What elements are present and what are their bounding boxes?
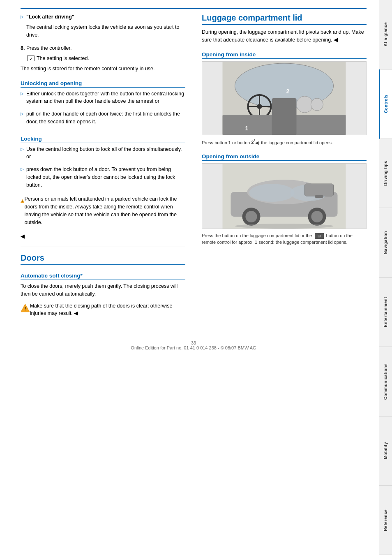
checkmark-icon: ✓ xyxy=(27,56,35,61)
luggage-heading: Luggage compartment lid xyxy=(202,13,367,25)
unlocking-bullet-1: ▷ Either unlock the doors together with … xyxy=(21,90,185,108)
auto-close-heading: Automatic soft closing* xyxy=(21,273,185,280)
intro-section: ▷ "Lock after driving" The central locki… xyxy=(21,13,185,73)
lock-after-driving-item: ▷ "Lock after driving" The central locki… xyxy=(21,13,185,41)
svg-rect-13 xyxy=(272,98,297,135)
bullet-arrow-icon-4: ▷ xyxy=(21,166,24,172)
section-divider xyxy=(21,247,185,247)
bullet-arrow-icon: ▷ xyxy=(21,14,24,20)
sidebar-item-driving-tips[interactable]: Driving tips xyxy=(379,139,392,208)
sidebar-item-entertainment[interactable]: Entertainment xyxy=(379,278,392,347)
main-content: ▷ "Lock after driving" The central locki… xyxy=(0,0,379,555)
sidebar-item-at-a-glance[interactable]: At a glance xyxy=(379,0,392,69)
svg-point-22 xyxy=(249,184,295,202)
sidebar-item-navigation[interactable]: Navigation xyxy=(379,208,392,278)
bullet-arrow-icon-2: ▷ xyxy=(21,111,24,117)
unlocking-bullet-2: ▷ pull on the door handle of each door t… xyxy=(21,110,185,128)
svg-rect-29 xyxy=(315,195,323,198)
svg-point-15 xyxy=(311,98,323,111)
opening-inside-heading: Opening from inside xyxy=(202,51,367,59)
exterior-car-image: IFG:13MEDIA xyxy=(202,163,367,229)
svg-point-25 xyxy=(246,211,257,222)
svg-text:!: ! xyxy=(24,306,26,311)
svg-point-14 xyxy=(297,96,313,113)
opening-outside-heading: Opening from outside xyxy=(202,153,367,161)
page-footer: 33 Online Edition for Part no. 01 41 0 0… xyxy=(21,340,367,358)
locking-warning-box: ! Persons or animals left unattended in … xyxy=(21,195,185,229)
doors-heading: Doors xyxy=(21,253,185,265)
bullet-arrow-icon-3: ▷ xyxy=(21,146,24,152)
bullet-arrow-icon-1: ▷ xyxy=(21,90,24,97)
locking-bullet-2: ▷ press down the lock button of a door. … xyxy=(21,166,185,191)
end-mark-2: ◀ xyxy=(74,310,78,316)
unlocking-heading: Unlocking and opening xyxy=(21,80,185,88)
locking-heading: Locking xyxy=(21,136,185,143)
end-mark: ◀ xyxy=(21,234,25,239)
end-mark-3: ◀ xyxy=(334,37,338,43)
side-tab-strip: At a glance Controls Driving tips Naviga… xyxy=(379,0,392,555)
right-column: Luggage compartment lid During opening, … xyxy=(202,13,367,324)
sidebar-item-communications[interactable]: Communications xyxy=(379,347,392,416)
top-rule xyxy=(21,8,367,9)
interior-caption: Press button 1 or button 2*◀: the luggag… xyxy=(202,139,367,146)
exterior-car-svg: IFG:13MEDIA xyxy=(202,163,366,229)
svg-point-27 xyxy=(311,211,323,222)
svg-rect-28 xyxy=(305,184,334,196)
doors-warning-box: ! Make sure that the closing path of the… xyxy=(21,302,185,320)
interior-car-svg: 1 2 IFG:13405A xyxy=(202,61,366,135)
interior-car-image: 1 2 IFG:13405A xyxy=(202,61,367,135)
svg-point-7 xyxy=(257,104,262,109)
two-column-layout: ▷ "Lock after driving" The central locki… xyxy=(21,13,367,324)
sidebar-item-mobility[interactable]: Mobility xyxy=(379,416,392,486)
sidebar-item-controls[interactable]: Controls xyxy=(379,69,392,139)
svg-point-30 xyxy=(235,224,334,229)
warning-triangle-icon: ! xyxy=(21,195,24,207)
exterior-caption: Press the button on the luggage compartm… xyxy=(202,232,367,246)
locking-bullet-1: ▷ Use the central locking button to lock… xyxy=(21,146,185,164)
remote-control-icon: ⊞ xyxy=(315,233,324,239)
sidebar-item-reference[interactable]: Reference xyxy=(379,486,392,555)
svg-text:1: 1 xyxy=(245,125,249,132)
svg-text:2: 2 xyxy=(286,88,290,95)
warning-triangle-icon-2: ! xyxy=(21,302,30,314)
left-column: ▷ "Lock after driving" The central locki… xyxy=(21,13,189,324)
